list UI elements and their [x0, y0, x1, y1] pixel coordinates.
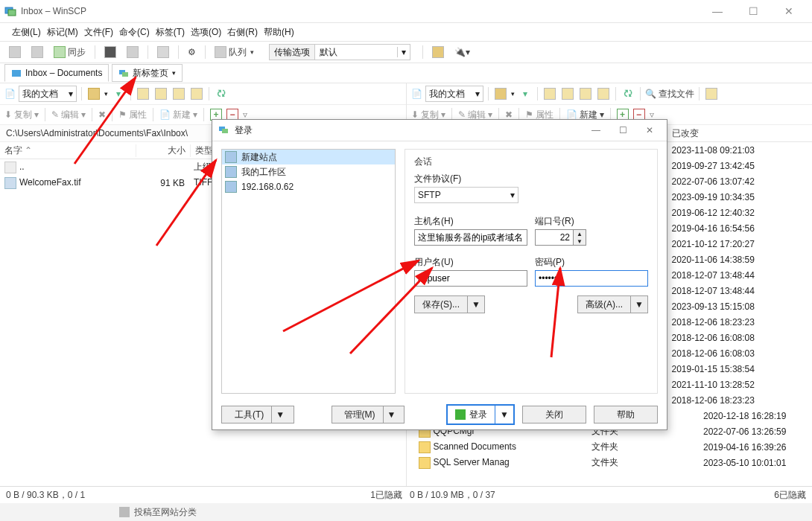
- menu-mark[interactable]: 标记(M): [45, 25, 80, 40]
- tool-compare[interactable]: [124, 44, 142, 60]
- queue-button[interactable]: 队列▾: [212, 44, 257, 60]
- col-date[interactable]: 已改变: [667, 127, 781, 140]
- session-form: 会话 文件协议(F) SFTP▾ 主机名(H) 端口号(R) ▲▼: [405, 149, 658, 394]
- status-right2: 6已隐藏: [774, 489, 806, 502]
- port-up[interactable]: ▲: [574, 230, 586, 237]
- tool-console[interactable]: [101, 44, 119, 60]
- nav-fwd-icon[interactable]: ▾: [518, 86, 533, 101]
- op-copy[interactable]: ⬇ 复制 ▾: [4, 109, 39, 121]
- host-input[interactable]: [414, 229, 527, 246]
- pass-label: 密码(P): [535, 256, 648, 269]
- dialog-footer: 工具(T)▼ 管理(M)▼ 登录 ▼ 关闭 帮助: [212, 400, 667, 429]
- session-tabs: Inbox – Documents 新标签页 ▾: [0, 63, 812, 83]
- drive-icon: 📄: [411, 89, 422, 99]
- svg-rect-4: [122, 72, 128, 77]
- op-filter[interactable]: ▿: [243, 109, 247, 120]
- nav-extra[interactable]: [704, 86, 719, 101]
- port-input[interactable]: [535, 229, 574, 246]
- tools-button[interactable]: 工具(T)▼: [221, 406, 294, 423]
- tool-panels[interactable]: [6, 44, 24, 60]
- manage-button[interactable]: 管理(M)▼: [332, 406, 405, 423]
- close-button[interactable]: 关闭: [522, 406, 586, 423]
- tab-new[interactable]: 新标签页 ▾: [112, 64, 183, 82]
- port-down[interactable]: ▼: [574, 237, 586, 245]
- tool-settings[interactable]: ⚙: [185, 44, 199, 60]
- advanced-button[interactable]: 高级(A)...▼: [577, 295, 648, 313]
- login-dialog: 登录 — ☐ ✕ 新建站点我的工作区192.168.0.62 会话 文件协议(F…: [212, 119, 667, 430]
- menu-file[interactable]: 文件(F): [83, 25, 115, 40]
- status-mid: 1已隐藏: [370, 489, 402, 502]
- dialog-minimize[interactable]: —: [585, 125, 607, 135]
- username-input[interactable]: [414, 270, 527, 287]
- status-bar: 0 B / 90.3 KB，0 / 1 1已隐藏 0 B / 10.9 MB，0…: [0, 486, 812, 503]
- menu-option[interactable]: 选项(O): [189, 25, 223, 40]
- remote-folder-select[interactable]: 我的文档▾: [425, 86, 483, 102]
- sync-button[interactable]: 同步: [51, 44, 89, 60]
- save-button[interactable]: 保存(S)...▼: [414, 295, 485, 313]
- tool-refresh[interactable]: [154, 44, 172, 60]
- local-nav: 📄 我的文档▾ ▾ ▾ 🗘: [0, 83, 406, 105]
- nav-up2[interactable]: [560, 86, 575, 101]
- menu-left[interactable]: 左侧(L): [10, 25, 42, 40]
- nav-back-icon[interactable]: [493, 86, 508, 101]
- site-item[interactable]: 新建站点: [222, 150, 395, 164]
- nav-home[interactable]: [578, 86, 593, 101]
- menu-command[interactable]: 命令(C): [118, 25, 151, 40]
- menu-help[interactable]: 帮助(H): [262, 25, 296, 40]
- local-folder-select[interactable]: 我的文档▾: [19, 86, 77, 102]
- protocol-select[interactable]: SFTP▾: [414, 187, 518, 203]
- op-new[interactable]: 📄 新建 ▾: [159, 109, 197, 121]
- list-item[interactable]: SQL Server Manag文件夹2023-05-10 10:01:01: [407, 455, 813, 470]
- password-input[interactable]: [535, 270, 648, 287]
- drive-icon: 📄: [4, 89, 16, 99]
- op-delete[interactable]: ✖: [505, 109, 513, 120]
- dialog-icon: [218, 124, 230, 136]
- op-props[interactable]: ⚑ 属性: [118, 109, 147, 121]
- list-item[interactable]: Scanned Documents文件夹2019-04-16 16:39:26: [407, 439, 813, 455]
- op-edit[interactable]: ✎ 编辑 ▾: [51, 109, 86, 121]
- nav-up1[interactable]: [542, 86, 557, 101]
- tool-disconnect[interactable]: 🔌▾: [451, 44, 473, 60]
- col-size[interactable]: 大小: [136, 144, 191, 157]
- window-minimize[interactable]: —: [705, 5, 730, 17]
- site-icon: [225, 166, 237, 178]
- title-bar: Inbox – WinSCP — ☐ ✕: [0, 0, 812, 23]
- tool-server[interactable]: [429, 44, 447, 60]
- op-filter[interactable]: ▿: [650, 109, 654, 120]
- session-group-label: 会话: [414, 156, 648, 168]
- status-right1: 0 B / 10.9 MB，0 / 37: [410, 489, 774, 502]
- window-close[interactable]: ✕: [776, 5, 802, 17]
- nav-up2[interactable]: [153, 86, 168, 101]
- svg-rect-6: [222, 129, 228, 133]
- remote-nav: 📄 我的文档▾ ▾ ▾ 🗘 🔍 查找文件: [407, 83, 813, 105]
- tab-inbox-documents[interactable]: Inbox – Documents: [4, 64, 109, 82]
- login-dropdown[interactable]: ▼: [495, 406, 513, 423]
- tool-local[interactable]: [28, 44, 46, 60]
- window-maximize[interactable]: ☐: [740, 5, 766, 17]
- port-spinner[interactable]: ▲▼: [535, 229, 648, 246]
- bottom-bar: 投稿至网站分类: [0, 503, 812, 521]
- nav-refresh[interactable]: 🗘: [621, 86, 635, 101]
- dialog-close[interactable]: ✕: [638, 125, 661, 135]
- site-list[interactable]: 新建站点我的工作区192.168.0.62: [221, 149, 396, 394]
- login-button[interactable]: 登录 ▼: [446, 404, 515, 425]
- col-name[interactable]: 名字 ⌃: [0, 144, 136, 157]
- nav-fwd-icon[interactable]: ▾: [111, 86, 126, 101]
- nav-up1[interactable]: [136, 86, 150, 101]
- nav-root[interactable]: [596, 86, 611, 101]
- nav-home[interactable]: [171, 86, 186, 101]
- help-button[interactable]: 帮助: [594, 406, 658, 423]
- site-item[interactable]: 我的工作区: [222, 164, 395, 179]
- protocol-label: 文件协议(F): [414, 173, 648, 185]
- menu-bar: 左侧(L) 标记(M) 文件(F) 命令(C) 标签(T) 选项(O) 右侧(R…: [0, 23, 812, 42]
- dialog-maximize[interactable]: ☐: [612, 125, 634, 135]
- nav-root[interactable]: [189, 86, 204, 101]
- find-files[interactable]: 🔍 查找文件: [645, 88, 694, 100]
- menu-tab[interactable]: 标签(T): [154, 25, 186, 40]
- site-item[interactable]: 192.168.0.62: [222, 179, 395, 194]
- nav-back-icon[interactable]: [86, 86, 101, 101]
- nav-refresh[interactable]: 🗘: [214, 86, 229, 101]
- menu-right[interactable]: 右侧(R): [226, 25, 259, 40]
- transfer-settings[interactable]: 传输选项 默认 ▾: [269, 44, 410, 60]
- op-delete[interactable]: ✖: [98, 109, 106, 120]
